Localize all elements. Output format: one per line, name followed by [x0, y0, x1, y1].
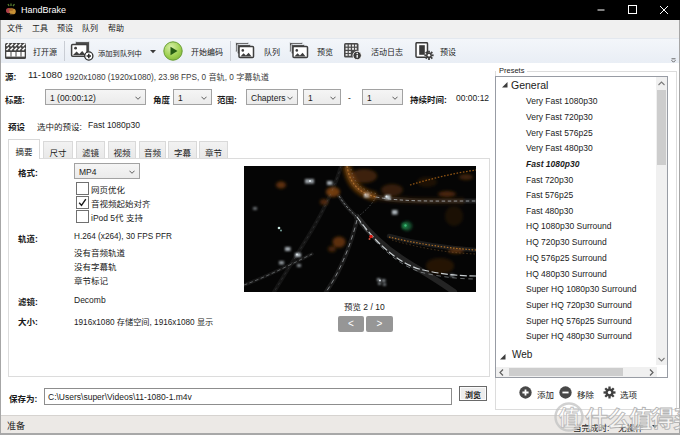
- svg-text:什么值得买: 什么值得买: [585, 400, 680, 434]
- svg-text:值: 值: [559, 401, 580, 431]
